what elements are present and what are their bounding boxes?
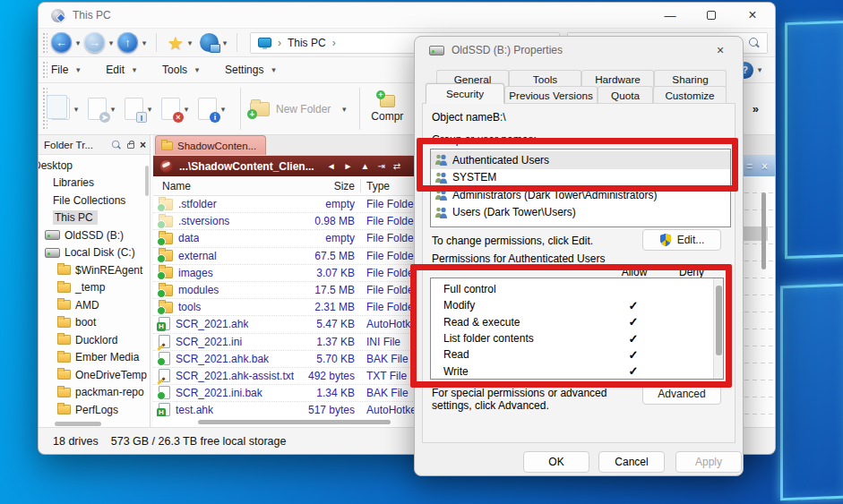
up-dropdown-caret-icon[interactable] bbox=[138, 38, 151, 47]
object-name-value: B:\ bbox=[493, 111, 506, 124]
path-nav-icon[interactable]: ⇥ bbox=[377, 161, 384, 171]
maximize-icon bbox=[707, 11, 716, 20]
favorites-star-icon[interactable]: ★ bbox=[168, 34, 184, 52]
properties-dropdown-caret-icon[interactable] bbox=[217, 105, 229, 114]
new-folder-caret-icon[interactable] bbox=[338, 105, 350, 114]
column-header-name[interactable]: Name bbox=[162, 180, 191, 192]
tree-item[interactable]: packman-repo bbox=[39, 384, 150, 402]
edit-button[interactable]: Edit... bbox=[642, 229, 721, 251]
rename-badge-icon: I bbox=[136, 112, 147, 123]
panel-close-icon[interactable]: × bbox=[761, 160, 768, 173]
search-icon[interactable] bbox=[749, 38, 760, 48]
move-button[interactable]: ➤ bbox=[88, 98, 119, 120]
network-dropdown-caret-icon[interactable] bbox=[219, 38, 231, 47]
right-pane-vertical-scrollbar[interactable] bbox=[761, 192, 766, 269]
tree-item[interactable]: AMD bbox=[39, 296, 150, 314]
dialog-title-bar: OldSSD (B:) Properties × bbox=[415, 37, 743, 64]
toolbar-overflow-button[interactable]: » bbox=[753, 102, 766, 115]
tree-search-icon[interactable] bbox=[112, 140, 121, 149]
copy-dropdown-caret-icon[interactable] bbox=[70, 105, 82, 114]
new-folder-button[interactable]: + New Folder bbox=[250, 102, 350, 116]
help-dropdown-caret-icon[interactable] bbox=[753, 65, 766, 74]
delete-dropdown-caret-icon[interactable] bbox=[180, 105, 193, 114]
close-button[interactable]: × bbox=[739, 5, 766, 25]
file-type-icon bbox=[159, 233, 173, 244]
app-icon bbox=[51, 9, 65, 22]
menu-caret-icon bbox=[128, 65, 141, 74]
dialog-tab[interactable]: Hardware bbox=[581, 70, 654, 87]
tree-item[interactable]: Libraries bbox=[39, 175, 150, 192]
tree-item[interactable]: OneDriveTemp bbox=[39, 366, 150, 384]
delete-button[interactable]: × bbox=[161, 98, 193, 120]
tree-vertical-scrollbar[interactable] bbox=[145, 166, 149, 196]
forward-button[interactable]: → bbox=[84, 32, 105, 53]
menu-item[interactable]: Tools bbox=[162, 64, 203, 76]
tree-item-icon bbox=[57, 353, 71, 363]
folder-tree-header: Folder Tr... × bbox=[39, 135, 150, 155]
menu-item[interactable]: Settings bbox=[225, 64, 280, 76]
file-size: 5.70 KB bbox=[288, 353, 355, 365]
menu-item[interactable]: File bbox=[51, 64, 84, 76]
tree-item[interactable]: Ducklord bbox=[39, 331, 150, 349]
tree-item[interactable]: PerfLogs bbox=[39, 401, 150, 419]
back-dropdown-caret-icon[interactable] bbox=[72, 38, 84, 47]
tree-pin-icon[interactable] bbox=[127, 143, 134, 149]
tree-item-icon bbox=[45, 248, 60, 258]
toolbar-grip[interactable] bbox=[42, 61, 47, 79]
new-folder-icon: + bbox=[250, 102, 270, 116]
path-nav-icon[interactable]: ► bbox=[344, 161, 353, 171]
dialog-tab[interactable]: Customize bbox=[653, 86, 727, 104]
compress-button[interactable]: Compr bbox=[371, 95, 403, 123]
minimize-button[interactable]: — bbox=[657, 5, 684, 25]
column-header-type[interactable]: Type bbox=[366, 180, 390, 192]
delete-icon: × bbox=[161, 98, 180, 120]
tree-item[interactable]: _temp bbox=[39, 279, 150, 297]
file-list-horizontal-scrollbar[interactable] bbox=[198, 420, 391, 424]
cancel-button[interactable]: Cancel bbox=[598, 451, 665, 473]
dialog-tab[interactable]: Previous Versions bbox=[504, 86, 598, 104]
path-nav-icon[interactable]: ▲ bbox=[361, 161, 370, 171]
rename-button[interactable]: I bbox=[125, 98, 156, 120]
tree-close-icon[interactable]: × bbox=[140, 141, 146, 149]
panel-menu-icon[interactable]: = bbox=[746, 160, 753, 173]
tree-item[interactable]: $WinREAgent bbox=[39, 261, 150, 279]
tree-horizontal-scrollbar[interactable] bbox=[55, 422, 101, 426]
column-separator[interactable] bbox=[360, 179, 361, 192]
dialog-tab[interactable]: Sharing bbox=[654, 70, 727, 87]
dialog-tab[interactable]: Quota bbox=[598, 86, 653, 104]
tree-item[interactable]: Ember Media bbox=[39, 349, 150, 367]
tree-item[interactable]: Desktop bbox=[39, 157, 150, 175]
properties-button[interactable]: i bbox=[198, 98, 229, 120]
tree-item[interactable]: File Collections bbox=[39, 192, 150, 209]
breadcrumb-separator: › bbox=[278, 37, 281, 49]
dialog-tab[interactable]: Security bbox=[426, 83, 504, 104]
path-nav-icon[interactable]: ◄ bbox=[327, 161, 336, 171]
column-header-size[interactable]: Size bbox=[288, 180, 355, 192]
group-list-item[interactable]: Users (Dark Tower\Users) bbox=[431, 204, 730, 222]
dialog-tab[interactable]: Tools bbox=[509, 70, 581, 87]
network-icon[interactable] bbox=[200, 33, 219, 52]
toolbar-grip[interactable] bbox=[42, 32, 47, 53]
forward-dropdown-caret-icon[interactable] bbox=[105, 38, 117, 47]
tree-item[interactable]: OldSSD (B:) bbox=[39, 226, 150, 244]
ok-button[interactable]: OK bbox=[523, 451, 589, 473]
tree-item[interactable]: This PC bbox=[39, 209, 150, 227]
move-dropdown-caret-icon[interactable] bbox=[107, 105, 119, 114]
tree-item[interactable]: Local Disk (C:) bbox=[39, 244, 150, 262]
dialog-title: OldSSD (B:) Properties bbox=[452, 44, 563, 56]
maximize-button[interactable] bbox=[698, 5, 725, 25]
favorites-dropdown-caret-icon[interactable] bbox=[184, 38, 196, 47]
breadcrumb[interactable]: This PC bbox=[288, 37, 326, 49]
apply-button[interactable]: Apply bbox=[675, 451, 742, 473]
back-button[interactable]: ← bbox=[51, 32, 72, 53]
up-button[interactable]: ↑ bbox=[117, 32, 138, 53]
desktop: This PC — × ← → ↑ ★ › This PC bbox=[0, 0, 843, 504]
file-name: SCR_2021.ini.bak bbox=[176, 387, 262, 399]
menu-item[interactable]: Edit bbox=[106, 64, 141, 76]
tree-item[interactable]: boot bbox=[39, 314, 150, 332]
copy-icon bbox=[51, 98, 70, 120]
path-nav-icon[interactable]: ⇄ bbox=[393, 161, 400, 171]
copy-button[interactable] bbox=[51, 98, 82, 120]
dialog-close-button[interactable]: × bbox=[710, 43, 730, 57]
tab-shadowcontent[interactable]: ShadowConten... bbox=[155, 135, 266, 155]
